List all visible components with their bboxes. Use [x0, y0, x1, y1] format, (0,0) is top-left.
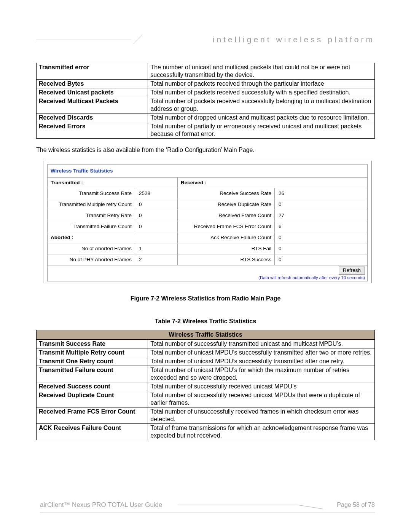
- table-row: Transmitted Failure Count0Received Frame…: [48, 221, 368, 232]
- desc-cell: Total number of successfully transmitted…: [148, 340, 375, 348]
- page: intelligent wireless platform Transmitte…: [0, 0, 411, 532]
- term-cell: Transmit Success Rate: [37, 340, 148, 348]
- footer-rule: [40, 513, 375, 513]
- term-cell: Transmit One Retry count: [37, 357, 148, 366]
- desc-cell: Total number of packets received through…: [148, 80, 375, 88]
- stat-label: Ack Receive Failure Count: [178, 232, 275, 243]
- stat-value: 2: [135, 254, 178, 265]
- table-row: Received ErrorsTotal number of partially…: [37, 122, 375, 139]
- stat-value: 0: [135, 210, 178, 221]
- table-row: Aborted :Ack Receive Failure Count0: [48, 232, 368, 243]
- stat-label: Transmit Retry Rate: [48, 210, 135, 221]
- table-row: Transmitted errorThe number of unicast a…: [37, 63, 375, 80]
- table-row: Received DiscardsTotal number of dropped…: [37, 113, 375, 122]
- footer-page-number: Page 58 of 78: [337, 502, 375, 508]
- stat-value: 26: [275, 188, 368, 199]
- term-cell: Received Duplicate Count: [37, 391, 148, 407]
- table-row: ACK Receives Failure CountTotal of frame…: [37, 424, 375, 440]
- term-cell: Transmitted error: [37, 63, 148, 80]
- wireless-stats-table: Wireless Traffic Statistics Transmitted …: [47, 164, 368, 281]
- refresh-button[interactable]: Refresh: [339, 267, 365, 275]
- table-row: Received Multicast PacketsTotal number o…: [37, 97, 375, 113]
- desc-cell: Total number of successfully received un…: [148, 382, 375, 391]
- table-row: Received Duplicate CountTotal number of …: [37, 391, 375, 407]
- desc-cell: Total number of unicast MPDU’s successfu…: [148, 348, 375, 357]
- term-cell: Received Bytes: [37, 80, 148, 88]
- stats-rx-header: Received :: [178, 178, 368, 188]
- table-row: Transmit One Retry countTotal number of …: [37, 357, 375, 366]
- desc-cell: Total number of unsuccessfully received …: [148, 407, 375, 424]
- footer: airClient™ Nexus PRO TOTAL User Guide Pa…: [40, 501, 375, 509]
- stat-value: 0: [135, 199, 178, 210]
- table-row: Transmit Success RateTotal number of suc…: [37, 340, 375, 348]
- desc-cell: The number of unicast and multicast pack…: [148, 63, 375, 80]
- stat-value: 2528: [135, 188, 178, 199]
- stat-label: Received Frame FCS Error Count: [178, 221, 275, 232]
- stat-label: Receive Success Rate: [178, 188, 275, 199]
- table-row: Received BytesTotal number of packets re…: [37, 80, 375, 88]
- stat-value: 0: [275, 199, 368, 210]
- table-row: Transmit Success Rate2528Receive Success…: [48, 188, 368, 199]
- term-cell: ACK Receives Failure Count: [37, 424, 148, 440]
- stat-label: No of Aborted Frames: [48, 243, 135, 254]
- header: intelligent wireless platform: [36, 35, 375, 44]
- svg-line-0: [134, 35, 142, 44]
- table-row: Transmitted Failure countTotal number of…: [37, 366, 375, 382]
- stat-value: 0: [275, 243, 368, 254]
- term-cell: Transmitted Failure count: [37, 366, 148, 382]
- stats-tx-header: Transmitted :: [48, 178, 178, 188]
- desc-cell: Total number of unicast MPDU’s successfu…: [148, 357, 375, 366]
- desc-cell: Total number of successfully received un…: [148, 391, 375, 407]
- desc-cell: Total number of unicast MPDU’s for which…: [148, 366, 375, 382]
- term-cell: Received Discards: [37, 113, 148, 122]
- stats-title: Wireless Traffic Statistics: [48, 165, 368, 178]
- refresh-note: (Data will refresh automatically after e…: [50, 275, 365, 280]
- table-caption: Table 7-2 Wireless Traffic Statistics: [36, 318, 375, 325]
- table-row: Transmit Multiple Retry countTotal numbe…: [37, 348, 375, 357]
- table-row: No of Aborted Frames1RTS Fail0: [48, 243, 368, 254]
- term-cell: Received Frame FCS Error Count: [37, 407, 148, 424]
- term-cell: Transmit Multiple Retry count: [37, 348, 148, 357]
- stat-value: 6: [275, 221, 368, 232]
- stat-value: 1: [135, 243, 178, 254]
- stat-label: No of PHY Aborted Frames: [48, 254, 135, 265]
- stats-ab-header: Aborted :: [48, 232, 178, 243]
- term-cell: Received Unicast packets: [37, 88, 148, 97]
- table-row: Received Unicast packetsTotal number of …: [37, 88, 375, 97]
- header-rule: [36, 40, 131, 40]
- definitions-table-1: Transmitted errorThe number of unicast a…: [36, 63, 375, 139]
- desc-cell: Total number of packets received success…: [148, 88, 375, 97]
- stat-label: Received Frame Count: [178, 210, 275, 221]
- wireless-stats-panel: Wireless Traffic Statistics Transmitted …: [43, 161, 372, 283]
- stat-value: 0: [275, 254, 368, 265]
- stat-value: 27: [275, 210, 368, 221]
- table-row: Transmitted Multiple retry Count0Receive…: [48, 199, 368, 210]
- stat-label: Transmitted Failure Count: [48, 221, 135, 232]
- term-cell: Received Errors: [37, 122, 148, 139]
- desc-cell: Total number of dropped unicast and mult…: [148, 113, 375, 122]
- table2-header: Wireless Traffic Statistics: [37, 330, 375, 340]
- figure-caption: Figure 7-2 Wireless Statistics from Radi…: [36, 295, 375, 302]
- table-row: Received Frame FCS Error CountTotal numb…: [37, 407, 375, 424]
- term-cell: Received Success count: [37, 382, 148, 391]
- footer-product: airClient™ Nexus PRO TOTAL User Guide: [40, 501, 162, 509]
- stat-label: Transmit Success Rate: [48, 188, 135, 199]
- stat-value: 0: [275, 232, 368, 243]
- footer-diagonal-icon: [178, 501, 332, 509]
- stat-label: Transmitted Multiple retry Count: [48, 199, 135, 210]
- definitions-table-2: Wireless Traffic Statistics Transmit Suc…: [36, 330, 375, 440]
- table-row: Received Success countTotal number of su…: [37, 382, 375, 391]
- desc-cell: Total number of packets received success…: [148, 97, 375, 113]
- table-row: No of PHY Aborted Frames2RTS Success0: [48, 254, 368, 265]
- desc-cell: Total number of partially or erroneously…: [148, 122, 375, 139]
- stat-value: 0: [135, 221, 178, 232]
- header-tagline: intelligent wireless platform: [142, 35, 375, 44]
- stat-label: Receive Duplicate Rate: [178, 199, 275, 210]
- term-cell: Received Multicast Packets: [37, 97, 148, 113]
- header-diagonal-icon: [134, 35, 142, 44]
- svg-line-2: [298, 505, 324, 509]
- stat-label: RTS Fail: [178, 243, 275, 254]
- table-row: Transmit Retry Rate0Received Frame Count…: [48, 210, 368, 221]
- desc-cell: Total of frame transmissions for which a…: [148, 424, 375, 440]
- body-paragraph: The wireless statistics is also availabl…: [36, 146, 375, 154]
